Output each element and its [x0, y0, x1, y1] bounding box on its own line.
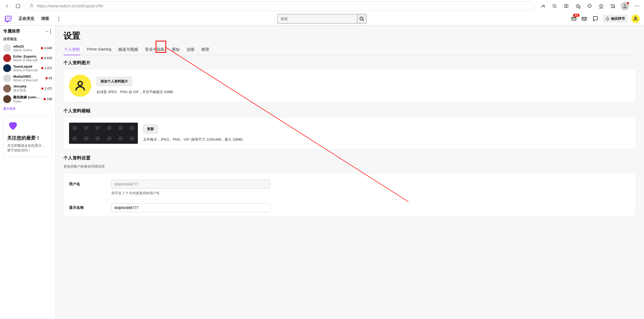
- svg-rect-2: [564, 4, 566, 8]
- section-profile-settings: 个人资料设置: [64, 155, 636, 161]
- collections-icon[interactable]: [609, 2, 616, 10]
- browser-profile-icon[interactable]: [621, 2, 629, 10]
- page-title: 设置: [64, 30, 636, 42]
- more-icon[interactable]: [633, 2, 641, 10]
- profile-settings-desc: 更改您账户的身份详细信息: [64, 164, 636, 169]
- live-dot-icon: [46, 77, 48, 79]
- banner-preview: [69, 123, 138, 144]
- channel-name: 颜色教練 (colour10...: [13, 95, 42, 100]
- sidebar-section-label: 推荐频道: [2, 36, 53, 43]
- notif-badge: 83: [573, 14, 579, 17]
- envelope-icon[interactable]: [580, 15, 588, 22]
- whispers-icon[interactable]: [592, 15, 599, 22]
- nav-browse[interactable]: 浏览: [41, 16, 49, 21]
- svg-point-7: [635, 6, 636, 6]
- live-dot-icon: [41, 87, 43, 90]
- nav-more-icon[interactable]: ⋮: [56, 16, 61, 22]
- channel-item[interactable]: TeamLiquidWorld of Warcraft 1.5万: [2, 63, 53, 73]
- channel-avatar: [3, 85, 11, 93]
- search-input[interactable]: [278, 14, 357, 24]
- user-avatar[interactable]: [631, 15, 640, 23]
- show-more-link[interactable]: 显示更多: [2, 104, 53, 113]
- channel-item[interactable]: Echo_EsportsWorld of Warcraft 6,926: [2, 53, 53, 63]
- svg-rect-3: [566, 4, 568, 8]
- displayname-label: 显示名称: [69, 203, 101, 210]
- extensions-icon[interactable]: [586, 2, 593, 10]
- svg-rect-12: [582, 17, 587, 20]
- banner-hint: 文件格式：JPEG、PNG、GIF (推荐尺寸 1200x480，最大 10MB…: [143, 137, 243, 142]
- displayname-input[interactable]: [111, 203, 270, 212]
- channel-viewers: 1.4万: [41, 86, 52, 91]
- tab-6[interactable]: 推荐: [201, 45, 210, 55]
- live-dot-icon: [41, 47, 43, 49]
- channel-item[interactable]: MuttaOWOWorld of Warcraft 83: [2, 73, 53, 83]
- address-bar[interactable]: https://www.twitch.tv/settings/profile: [25, 1, 536, 11]
- search-bar: [278, 14, 366, 24]
- channel-avatar: [3, 54, 11, 62]
- channel-name: Jinnytty: [13, 84, 39, 88]
- channel-game: Poker: [13, 100, 42, 103]
- buy-bits-button[interactable]: 购买呼币: [603, 15, 628, 23]
- twitch-topbar: 正在关注 浏览 ⋮ 83 购买呼币: [0, 12, 644, 25]
- live-dot-icon: [41, 67, 43, 69]
- url-text: https://www.twitch.tv/settings/profile: [37, 4, 103, 8]
- profile-pic-preview: [69, 75, 91, 97]
- settings-tabs: 个人资料Prime Gaming频道与视频安全与隐私通知连接推荐: [64, 45, 636, 55]
- split-screen-icon[interactable]: [563, 2, 570, 10]
- nav-following[interactable]: 正在关注: [19, 16, 34, 21]
- heart-icon: [7, 128, 19, 132]
- username-helper: 您可在 2 个月内更新您的用户名: [111, 191, 270, 196]
- channel-avatar: [3, 74, 11, 82]
- channel-game: World of Warcraft: [13, 78, 43, 82]
- refresh-button[interactable]: [14, 2, 22, 10]
- channel-name: Echo_Esports: [13, 54, 39, 58]
- channel-item[interactable]: 颜色教練 (colour10...Poker 196: [2, 94, 53, 104]
- add-profile-pic-button[interactable]: 添加个人资料图片: [97, 77, 132, 86]
- sidebar: 专属推荐 ←│ 推荐频道 w0n23Albion Online 4,049 Ec…: [0, 25, 56, 319]
- twitch-logo[interactable]: [4, 15, 12, 23]
- profile-pic-hint: 必须是 JPEG、PNG 或 GIF，并且不能超过 10MB。: [97, 90, 176, 94]
- search-button[interactable]: [357, 14, 366, 24]
- sidebar-header: 专属推荐: [3, 29, 20, 34]
- promo-title: 关注您的最爱！: [7, 135, 48, 141]
- tab-5[interactable]: 连接: [186, 45, 195, 55]
- svg-point-8: [637, 6, 638, 6]
- channel-viewers: 196: [44, 97, 52, 101]
- tab-3[interactable]: 安全与隐私: [144, 45, 165, 55]
- channel-name: MuttaOWO: [13, 75, 43, 78]
- tab-2[interactable]: 频道与视频: [118, 45, 139, 55]
- channel-game: Albion Online: [13, 48, 39, 52]
- channel-game: World of Warcraft: [13, 68, 39, 72]
- svg-rect-0: [30, 5, 33, 7]
- svg-point-10: [360, 17, 363, 20]
- channel-game: World of Warcraft: [13, 58, 39, 62]
- channel-item[interactable]: w0n23Albion Online 4,049: [2, 43, 53, 53]
- channel-viewers: 6,926: [41, 56, 52, 60]
- channel-name: TeamLiquid: [13, 64, 39, 68]
- back-button[interactable]: [3, 2, 11, 10]
- collapse-icon[interactable]: ←│: [45, 29, 52, 34]
- channel-viewers: 1.5万: [41, 66, 52, 71]
- channel-avatar: [3, 95, 11, 103]
- channel-game: 谈天说地: [13, 88, 39, 93]
- inbox-icon[interactable]: 83: [571, 16, 577, 22]
- tab-0[interactable]: 个人资料: [64, 45, 80, 55]
- tab-4[interactable]: 通知: [171, 45, 180, 55]
- channel-viewers: 83: [46, 76, 52, 80]
- promo-text: 关注的频道会在此显示，便于轻松访问！: [7, 143, 48, 153]
- favorite-icon[interactable]: [574, 2, 582, 10]
- channel-item[interactable]: Jinnytty谈天说地 1.4万: [2, 83, 53, 94]
- update-banner-button[interactable]: 更新: [143, 124, 158, 133]
- live-dot-icon: [41, 57, 43, 59]
- section-profile-pic: 个人资料图片: [64, 60, 636, 66]
- browser-toolbar: https://www.twitch.tv/settings/profile: [0, 0, 644, 12]
- favorites-bar-icon[interactable]: [597, 2, 605, 10]
- settings-content: 设置 个人资料Prime Gaming频道与视频安全与隐私通知连接推荐 个人资料…: [56, 25, 644, 319]
- zoom-out-icon[interactable]: [551, 2, 558, 10]
- tab-1[interactable]: Prime Gaming: [86, 45, 112, 55]
- read-aloud-icon[interactable]: [539, 2, 547, 10]
- lock-icon: [29, 3, 34, 8]
- follow-promo: 关注您的最爱！ 关注的频道会在此显示，便于轻松访问！: [3, 116, 52, 157]
- channel-avatar: [3, 44, 11, 52]
- svg-point-13: [635, 17, 637, 19]
